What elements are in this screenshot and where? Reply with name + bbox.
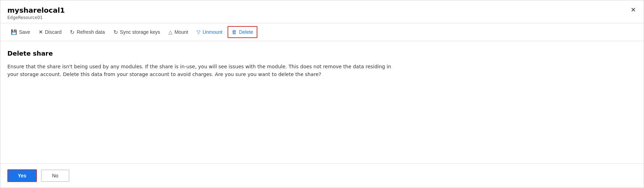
sync-button[interactable]: Sync storage keys bbox=[110, 27, 164, 38]
refresh-icon bbox=[70, 29, 74, 36]
dialog-footer: Yes No bbox=[0, 163, 644, 188]
dialog-container: mysharelocal1 EdgeResource01 ✕ Save Disc… bbox=[0, 0, 644, 188]
close-button[interactable]: ✕ bbox=[629, 5, 638, 14]
mount-icon bbox=[169, 29, 172, 35]
yes-button[interactable]: Yes bbox=[7, 169, 37, 182]
close-icon: ✕ bbox=[631, 6, 636, 13]
refresh-label: Refresh data bbox=[77, 29, 105, 35]
sync-label: Sync storage keys bbox=[120, 29, 160, 35]
unmount-icon bbox=[197, 29, 201, 35]
delete-label: Delete bbox=[239, 29, 253, 35]
sync-icon bbox=[113, 29, 118, 36]
mount-button[interactable]: Mount bbox=[165, 27, 192, 37]
section-description: Ensure that the share isn't being used b… bbox=[7, 63, 394, 79]
dialog-subtitle: EdgeResource01 bbox=[7, 15, 637, 20]
delete-button[interactable]: Delete bbox=[228, 26, 257, 38]
discard-icon bbox=[39, 29, 43, 35]
discard-button[interactable]: Discard bbox=[35, 27, 65, 37]
save-label: Save bbox=[19, 29, 30, 35]
dialog-title: mysharelocal1 bbox=[7, 6, 637, 14]
unmount-button[interactable]: Unmount bbox=[193, 27, 226, 37]
section-title: Delete share bbox=[7, 50, 637, 57]
save-icon bbox=[11, 29, 17, 35]
discard-label: Discard bbox=[45, 29, 61, 35]
dialog-header: mysharelocal1 EdgeResource01 ✕ bbox=[0, 0, 644, 23]
unmount-label: Unmount bbox=[203, 29, 223, 35]
no-button[interactable]: No bbox=[41, 170, 69, 182]
toolbar: Save Discard Refresh data Sync storage k… bbox=[0, 23, 644, 41]
delete-icon bbox=[232, 29, 237, 35]
dialog-content: Delete share Ensure that the share isn't… bbox=[0, 41, 644, 163]
refresh-button[interactable]: Refresh data bbox=[66, 27, 108, 38]
mount-label: Mount bbox=[175, 29, 188, 35]
save-button[interactable]: Save bbox=[7, 27, 34, 37]
